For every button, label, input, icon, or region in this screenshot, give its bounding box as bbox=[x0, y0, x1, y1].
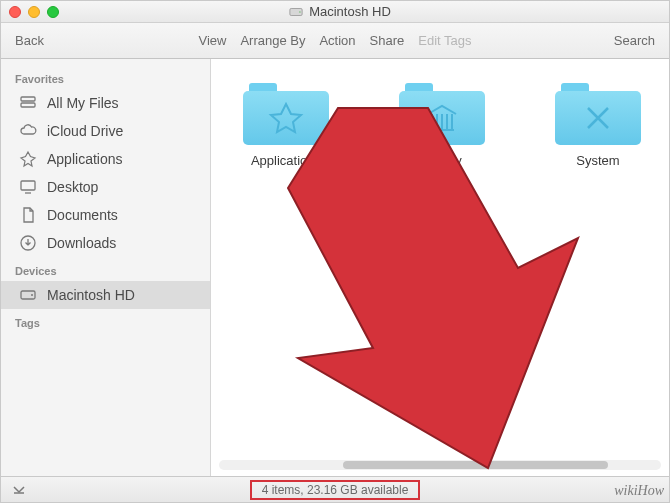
sidebar: Favorites All My Files iCloud Drive Appl… bbox=[1, 59, 211, 476]
action-button[interactable]: Action bbox=[319, 33, 355, 48]
share-button[interactable]: Share bbox=[370, 33, 405, 48]
sidebar-item-documents[interactable]: Documents bbox=[1, 201, 210, 229]
toolbar: Back View Arrange By Action Share Edit T… bbox=[1, 23, 669, 59]
window-title-text: Macintosh HD bbox=[309, 4, 391, 19]
sidebar-item-label: Macintosh HD bbox=[47, 287, 135, 303]
sidebar-item-label: All My Files bbox=[47, 95, 119, 111]
search-button[interactable]: Search bbox=[614, 33, 655, 48]
sidebar-item-applications[interactable]: Applications bbox=[1, 145, 210, 173]
sidebar-item-label: iCloud Drive bbox=[47, 123, 123, 139]
sidebar-header-tags: Tags bbox=[1, 309, 210, 333]
downloads-icon bbox=[19, 234, 37, 252]
status-text: 4 items, 23.16 GB available bbox=[250, 480, 421, 500]
sidebar-item-label: Applications bbox=[47, 151, 123, 167]
close-button[interactable] bbox=[9, 6, 21, 18]
sidebar-header-favorites: Favorites bbox=[1, 65, 210, 89]
all-my-files-icon bbox=[19, 94, 37, 112]
library-glyph-icon bbox=[422, 98, 462, 138]
horizontal-scrollbar[interactable] bbox=[219, 460, 661, 470]
svg-point-7 bbox=[31, 294, 33, 296]
watermark: wikiHow bbox=[614, 483, 664, 499]
edit-tags-button[interactable]: Edit Tags bbox=[418, 33, 471, 48]
folder-icon bbox=[555, 83, 641, 145]
folder-library[interactable]: Library bbox=[399, 83, 485, 168]
sidebar-item-icloud-drive[interactable]: iCloud Drive bbox=[1, 117, 210, 145]
sidebar-item-macintosh-hd[interactable]: Macintosh HD bbox=[1, 281, 210, 309]
sidebar-item-label: Downloads bbox=[47, 235, 116, 251]
folder-label: System bbox=[576, 153, 619, 168]
svg-rect-3 bbox=[21, 103, 35, 107]
folder-icon bbox=[243, 83, 329, 145]
back-button[interactable]: Back bbox=[15, 33, 44, 48]
folder-system[interactable]: System bbox=[555, 83, 641, 168]
path-bar-icon[interactable] bbox=[11, 482, 27, 498]
sidebar-item-label: Desktop bbox=[47, 179, 98, 195]
desktop-icon bbox=[19, 178, 37, 196]
zoom-button[interactable] bbox=[47, 6, 59, 18]
sidebar-item-label: Documents bbox=[47, 207, 118, 223]
svg-point-1 bbox=[299, 11, 301, 13]
status-bar: 4 items, 23.16 GB available bbox=[1, 476, 669, 502]
svg-rect-2 bbox=[21, 97, 35, 101]
content-area[interactable]: Applications Library System bbox=[211, 59, 669, 476]
disk-icon bbox=[19, 286, 37, 304]
sidebar-item-downloads[interactable]: Downloads bbox=[1, 229, 210, 257]
folder-applications[interactable]: Applications bbox=[243, 83, 329, 168]
arrange-button[interactable]: Arrange By bbox=[240, 33, 305, 48]
disk-icon bbox=[289, 5, 303, 19]
sidebar-item-all-my-files[interactable]: All My Files bbox=[1, 89, 210, 117]
folder-label: Library bbox=[422, 153, 462, 168]
folder-icon bbox=[399, 83, 485, 145]
window-body: Favorites All My Files iCloud Drive Appl… bbox=[1, 59, 669, 476]
window-title: Macintosh HD bbox=[59, 4, 621, 19]
documents-icon bbox=[19, 206, 37, 224]
view-button[interactable]: View bbox=[198, 33, 226, 48]
icon-grid: Applications Library System bbox=[211, 59, 669, 192]
minimize-button[interactable] bbox=[28, 6, 40, 18]
titlebar: Macintosh HD bbox=[1, 1, 669, 23]
svg-rect-4 bbox=[21, 181, 35, 190]
finder-window: Macintosh HD Back View Arrange By Action… bbox=[0, 0, 670, 503]
folder-label: Applications bbox=[251, 153, 321, 168]
scrollbar-thumb[interactable] bbox=[343, 461, 608, 469]
applications-glyph-icon bbox=[266, 98, 306, 138]
window-controls bbox=[9, 6, 59, 18]
sidebar-item-desktop[interactable]: Desktop bbox=[1, 173, 210, 201]
cloud-icon bbox=[19, 122, 37, 140]
sidebar-header-devices: Devices bbox=[1, 257, 210, 281]
system-glyph-icon bbox=[578, 98, 618, 138]
applications-icon bbox=[19, 150, 37, 168]
